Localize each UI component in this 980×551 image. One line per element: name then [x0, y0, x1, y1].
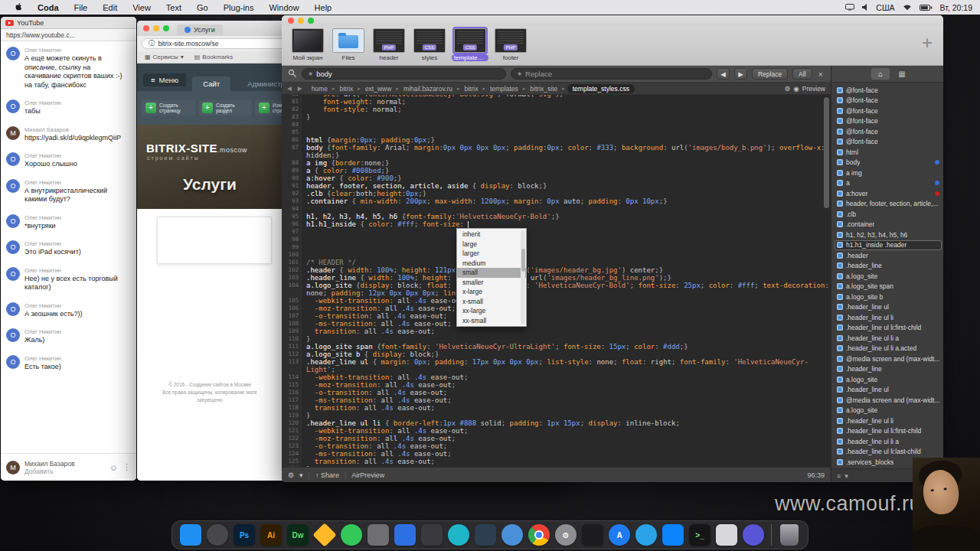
dock-icon-app-slate[interactable] [475, 524, 496, 546]
list-icon[interactable]: ≡ [837, 472, 841, 480]
close-window-button[interactable] [143, 25, 149, 31]
wifi-icon[interactable] [903, 4, 912, 11]
code-line[interactable]: 111a.logo_site span {font-family: 'Helve… [282, 343, 831, 350]
code-line[interactable]: 117 -ms-transition: all .4s ease-out; [282, 396, 831, 404]
dock-icon-dreamweaver[interactable]: Dw [287, 524, 309, 546]
site-logo[interactable]: BITRIX-SITE.moscow [146, 142, 247, 155]
css-selector-item[interactable]: a [835, 178, 942, 189]
dock-icon-chrome[interactable] [528, 524, 550, 546]
code-line[interactable]: 103.header_line { width: 100%; height: 5… [282, 274, 831, 282]
grid-view-icon[interactable]: ▦ [893, 68, 911, 80]
css-selector-item[interactable]: .header_line ul li [835, 416, 942, 426]
code-line[interactable]: 86html {margin:0px; padding:0px;} [282, 136, 831, 144]
bookmark-bookmarks[interactable]: ▤Bookmarks [194, 54, 234, 60]
apple-menu-icon[interactable] [8, 2, 29, 14]
code-line[interactable]: 107 -o-transition: all .4s ease-out; [282, 312, 831, 320]
dock-icon-app-violet[interactable] [743, 524, 764, 546]
dock-icon-app-teal[interactable] [448, 524, 469, 546]
code-line[interactable]: 97 [282, 228, 831, 236]
autocomplete-item[interactable]: x-small [457, 297, 526, 307]
css-selector-item[interactable]: .clb [835, 209, 942, 220]
emoji-icon[interactable]: ☺ [109, 463, 118, 472]
search-options-icon[interactable] [288, 67, 297, 81]
settings-gear-icon[interactable]: ⚙ [288, 471, 294, 479]
css-selector-item[interactable]: a.logo_site [835, 406, 942, 416]
css-selector-item[interactable]: .header_line ul li a [835, 436, 942, 447]
dock-icon-trash[interactable] [779, 524, 800, 546]
code-line[interactable]: 98 [282, 236, 831, 243]
minimize-window-button[interactable] [298, 18, 304, 24]
display-icon[interactable] [845, 4, 854, 11]
breadcrumb-item[interactable]: bitrix [462, 85, 480, 93]
code-line[interactable]: 92.clb {clear:both;height:0px;} [282, 190, 831, 197]
code-line[interactable]: 96h1.h1_inside { color: #fff; font-size: [282, 220, 831, 228]
airpreview-button[interactable]: AirPreview [351, 471, 384, 479]
code-line[interactable]: 116 -o-transition: all .4s ease-out; [282, 389, 831, 396]
code-line[interactable]: 101/* HEADER */ [282, 259, 831, 266]
zoom-window-button[interactable] [308, 18, 314, 24]
code-line[interactable]: 85 [282, 129, 831, 136]
css-selector-item[interactable]: .header [835, 250, 942, 261]
find-previous-button[interactable]: ◀ [717, 68, 730, 80]
menu-item-window[interactable]: Window [262, 2, 305, 13]
css-selector-item[interactable]: .header_line ul li:first-child [835, 426, 942, 437]
css-selector-item[interactable]: a:hover [835, 188, 942, 199]
editor-tab-styles[interactable]: CSSstyles [411, 28, 448, 61]
dock-icon-finder[interactable] [180, 524, 201, 546]
code-line[interactable]: 122 -moz-transition: all .4s ease-out; [282, 435, 831, 442]
menu-item-text[interactable]: Text [159, 2, 188, 13]
css-selector-item[interactable]: a.logo_site b [835, 292, 942, 302]
editor-tab-header[interactable]: PHPheader [371, 28, 407, 61]
menu-item-coda[interactable]: Coda [31, 2, 66, 13]
code-line[interactable]: 119} [282, 412, 831, 419]
css-selector-item[interactable]: html [835, 147, 942, 158]
input-source-label[interactable]: США [876, 3, 894, 12]
css-selector-item[interactable]: a.logo_site [835, 374, 942, 385]
autocomplete-item[interactable]: smaller [457, 278, 526, 288]
menu-item-plug-ins[interactable]: Plug-ins [217, 2, 261, 13]
css-selector-item[interactable]: .header_line ul li a [835, 333, 942, 344]
code-line[interactable]: 81 font-weight: normal; [282, 98, 831, 106]
battery-icon[interactable] [920, 5, 933, 11]
menu-item-view[interactable]: View [126, 2, 158, 13]
menu-item-help[interactable]: Help [308, 2, 339, 13]
css-selector-item[interactable]: .container [835, 220, 942, 230]
code-line[interactable]: 95h1, h2, h3, h4, h5, h6 {font-family:'H… [282, 213, 831, 220]
dock-icon-terminal[interactable]: >_ [689, 524, 710, 546]
code-line[interactable]: 120.header_line ul li { border-left:1px … [282, 419, 831, 427]
css-selector-item[interactable]: .header_line [835, 364, 942, 375]
breadcrumb-item[interactable]: ext_www [363, 85, 394, 93]
chat-tab-title[interactable]: YouTube [17, 19, 44, 27]
menu-item-go[interactable]: Go [190, 2, 215, 13]
breadcrumb-item[interactable]: mihail.bazarov.ru [401, 85, 455, 93]
css-selector-item[interactable]: @media screen and (max-widt... [835, 395, 942, 406]
code-line[interactable]: 110} [282, 335, 831, 343]
css-selector-item[interactable]: .header_line ul li:first-child [835, 323, 942, 334]
code-line[interactable]: 90a:hover { color: #900;} [282, 174, 831, 182]
css-selector-item[interactable]: .header_line ul li [835, 312, 942, 323]
close-find-bar-button[interactable]: × [817, 68, 825, 80]
replace-input[interactable]: ★Replace [511, 68, 712, 80]
dock-icon-illustrator[interactable]: Ai [260, 524, 282, 546]
code-line[interactable]: 93.container { min-width: 200px; max-wid… [282, 197, 831, 205]
code-line[interactable]: 126} [282, 465, 831, 467]
code-line[interactable]: 108 -ms-transition: all .4s ease-out; [282, 320, 831, 328]
search-input[interactable]: ★body [302, 68, 506, 80]
autocomplete-scrollbar[interactable] [521, 230, 525, 324]
create-page-button[interactable]: Создать страницу [142, 100, 195, 116]
menu-item-file[interactable]: File [67, 2, 95, 13]
css-selector-item[interactable]: .header_line ul [835, 385, 942, 396]
editor-tab-template_styl[interactable]: CSStemplate_styl [452, 28, 488, 61]
code-line[interactable]: 102.header { width: 100%; height: 121px;… [282, 266, 831, 274]
dock-icon-app-light[interactable] [716, 524, 737, 546]
autocomplete-item[interactable]: xx-small [457, 316, 526, 326]
css-selector-item[interactable]: @font-face [835, 85, 942, 96]
breadcrumb-item[interactable]: templates [488, 85, 521, 93]
code-line[interactable]: 113.header_line ul { margin: 0px; paddin… [282, 358, 831, 373]
code-line[interactable]: 83} [282, 113, 831, 121]
css-selector-item[interactable]: @font-face [835, 106, 942, 116]
code-line[interactable]: 121 -webkit-transition: all .4s ease-out… [282, 427, 831, 435]
close-window-button[interactable] [288, 18, 294, 24]
code-line[interactable]: 91header, footer, section, article, asid… [282, 182, 831, 190]
volume-icon[interactable] [862, 4, 868, 11]
